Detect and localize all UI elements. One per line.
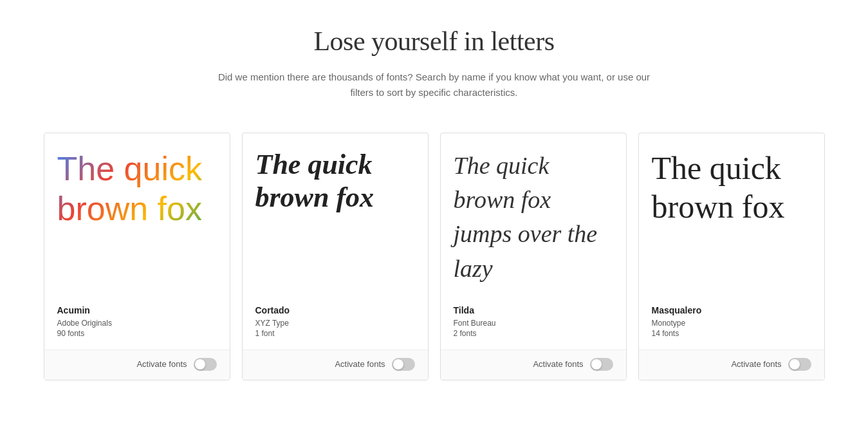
font-count-tilda: 2 fonts [454, 329, 613, 338]
preview-text-cortado: The quick brown fox [255, 149, 415, 214]
font-name-acumin: Acumin [57, 305, 217, 315]
preview-text-acumin: The quick brown fox [57, 149, 217, 229]
activate-label-masqualero: Activate fonts [731, 359, 781, 369]
font-cards-container: The quick brown fox Acumin Adobe Origina… [23, 133, 846, 380]
card-footer-tilda: Activate fonts [441, 350, 626, 380]
font-card-masqualero: The quick brown fox Masqualero Monotype … [638, 133, 825, 380]
activate-toggle-cortado[interactable] [392, 358, 415, 371]
font-foundry-masqualero: Monotype [652, 319, 811, 328]
font-name-tilda: Tilda [454, 305, 613, 315]
activate-label-tilda: Activate fonts [533, 359, 583, 369]
card-footer-masqualero: Activate fonts [639, 350, 824, 380]
font-info-cortado: Cortado XYZ Type 1 font [243, 296, 428, 343]
activate-label-cortado: Activate fonts [335, 359, 385, 369]
font-count-acumin: 90 fonts [57, 329, 217, 338]
card-footer-acumin: Activate fonts [44, 350, 230, 380]
card-footer-cortado: Activate fonts [243, 350, 428, 380]
font-info-masqualero: Masqualero Monotype 14 fonts [639, 296, 824, 343]
activate-label-acumin: Activate fonts [136, 359, 187, 369]
font-preview-cortado: The quick brown fox [243, 133, 428, 296]
activate-toggle-acumin[interactable] [194, 358, 217, 371]
page-subtitle: Did we mention there are thousands of fo… [209, 70, 660, 100]
font-foundry-tilda: Font Bureau [454, 319, 613, 328]
preview-text-masqualero: The quick brown fox [652, 149, 811, 226]
font-info-tilda: Tilda Font Bureau 2 fonts [441, 296, 626, 343]
font-preview-tilda: The quick brown fox jumps over the lazy [441, 133, 626, 296]
font-preview-acumin: The quick brown fox [44, 133, 230, 296]
activate-toggle-tilda[interactable] [590, 358, 613, 371]
preview-text-tilda: The quick brown fox jumps over the lazy [454, 149, 613, 286]
font-info-acumin: Acumin Adobe Originals 90 fonts [44, 296, 230, 343]
font-card-tilda: The quick brown fox jumps over the lazy … [440, 133, 627, 380]
page-title: Lose yourself in letters [209, 26, 660, 57]
font-card-acumin: The quick brown fox Acumin Adobe Origina… [44, 133, 230, 380]
font-name-cortado: Cortado [255, 305, 415, 315]
font-card-cortado: The quick brown fox Cortado XYZ Type 1 f… [242, 133, 429, 380]
activate-toggle-masqualero[interactable] [788, 358, 811, 371]
font-count-cortado: 1 font [255, 329, 415, 338]
font-preview-masqualero: The quick brown fox [639, 133, 824, 296]
font-name-masqualero: Masqualero [652, 305, 811, 315]
header-section: Lose yourself in letters Did we mention … [209, 26, 660, 100]
font-foundry-acumin: Adobe Originals [57, 319, 217, 328]
font-foundry-cortado: XYZ Type [255, 319, 415, 328]
font-count-masqualero: 14 fonts [652, 329, 811, 338]
